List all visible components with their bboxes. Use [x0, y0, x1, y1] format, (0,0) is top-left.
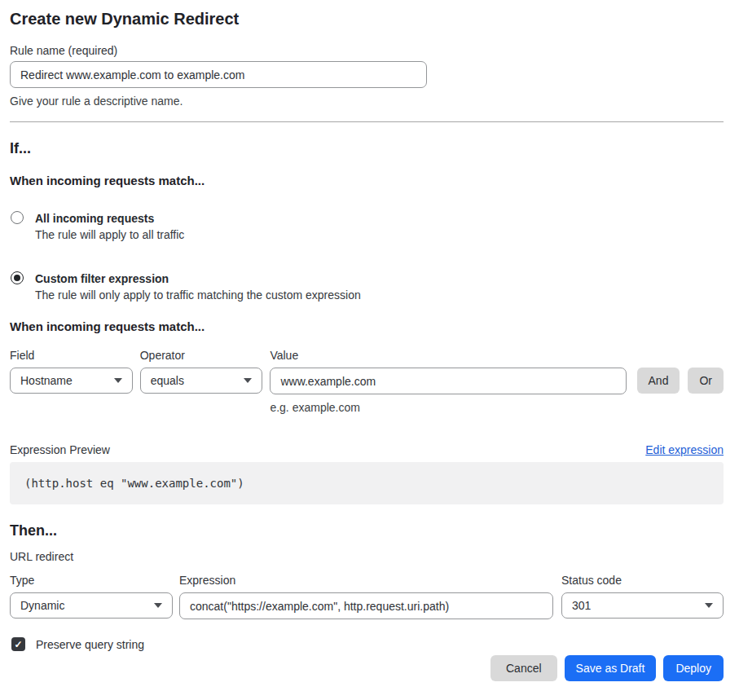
field-label: Field	[10, 348, 133, 363]
rule-name-help: Give your rule a descriptive name.	[10, 93, 724, 109]
preserve-query-label: Preserve query string	[36, 638, 144, 651]
type-column: Type Dynamic	[10, 573, 173, 619]
operator-select-value: equals	[151, 374, 184, 387]
field-select-value: Hostname	[20, 374, 73, 387]
value-label: Value	[270, 348, 626, 363]
operator-label: Operator	[140, 348, 263, 363]
section-divider	[10, 121, 724, 122]
value-input[interactable]	[270, 368, 626, 394]
footer-actions: Cancel Save as Draft Deploy	[10, 655, 724, 681]
status-code-select-value: 301	[572, 599, 591, 612]
radio-option-texts: Custom filter expression The rule will o…	[35, 271, 361, 304]
and-column: And	[637, 348, 688, 394]
status-code-select[interactable]: 301	[561, 592, 724, 619]
status-code-column: Status code 301	[561, 573, 724, 619]
then-row: Type Dynamic Expression Status code 301	[10, 573, 724, 619]
field-column: Field Hostname	[10, 348, 133, 394]
then-heading: Then...	[10, 521, 724, 540]
expression-code-text: (http.host eq "www.example.com")	[24, 477, 244, 490]
expression-preview-code: (http.host eq "www.example.com")	[10, 462, 724, 504]
chevron-down-icon	[154, 603, 162, 608]
radio-option-description: The rule will only apply to traffic matc…	[35, 287, 361, 304]
redirect-expression-input[interactable]	[179, 592, 553, 619]
field-select[interactable]: Hostname	[10, 368, 133, 394]
condition-match-heading: When incoming requests match...	[10, 319, 724, 335]
and-button[interactable]: And	[637, 368, 680, 394]
operator-column: Operator equals	[140, 348, 263, 394]
deploy-button[interactable]: Deploy	[663, 655, 724, 681]
type-select-value: Dynamic	[20, 599, 64, 612]
type-label: Type	[10, 573, 173, 588]
expression-preview-label: Expression Preview	[10, 442, 110, 458]
preserve-query-row[interactable]: Preserve query string	[10, 637, 724, 651]
save-as-draft-button[interactable]: Save as Draft	[565, 655, 657, 681]
url-redirect-label: URL redirect	[10, 548, 724, 565]
chevron-down-icon	[705, 603, 713, 608]
or-column: Or	[688, 348, 724, 394]
expression-label: Expression	[179, 573, 553, 588]
condition-row: Field Hostname Operator equals Value e.g…	[10, 348, 724, 416]
chevron-down-icon	[114, 378, 122, 383]
operator-select[interactable]: equals	[140, 368, 263, 394]
spacer	[637, 348, 688, 368]
radio-option-label: Custom filter expression	[35, 271, 361, 287]
page-title: Create new Dynamic Redirect	[10, 8, 724, 29]
radio-option-label: All incoming requests	[35, 210, 184, 227]
option-all-incoming-requests[interactable]: All incoming requests The rule will appl…	[10, 210, 724, 244]
create-dynamic-redirect-page: Create new Dynamic Redirect Rule name (r…	[0, 0, 739, 681]
status-code-label: Status code	[561, 573, 724, 588]
preserve-query-checkbox[interactable]	[11, 637, 25, 651]
chevron-down-icon	[244, 378, 252, 383]
radio-option-description: The rule will apply to all traffic	[35, 227, 184, 244]
if-match-heading: When incoming requests match...	[10, 173, 724, 189]
edit-expression-link[interactable]: Edit expression	[645, 442, 724, 458]
type-select[interactable]: Dynamic	[10, 592, 173, 619]
rule-name-label: Rule name (required)	[10, 42, 724, 59]
cancel-button[interactable]: Cancel	[490, 655, 557, 681]
rule-name-input[interactable]	[10, 61, 427, 88]
value-column: Value e.g. example.com	[270, 348, 626, 416]
or-button[interactable]: Or	[688, 368, 724, 394]
radio-custom-filter-expression[interactable]	[11, 271, 24, 284]
option-custom-filter-expression[interactable]: Custom filter expression The rule will o…	[10, 271, 724, 304]
value-help: e.g. example.com	[270, 399, 626, 416]
radio-all-incoming-requests[interactable]	[11, 211, 24, 224]
expression-column: Expression	[179, 573, 553, 619]
spacer	[688, 348, 724, 368]
if-heading: If...	[10, 139, 724, 158]
expression-preview-header: Expression Preview Edit expression	[10, 442, 724, 458]
radio-option-texts: All incoming requests The rule will appl…	[35, 210, 184, 244]
